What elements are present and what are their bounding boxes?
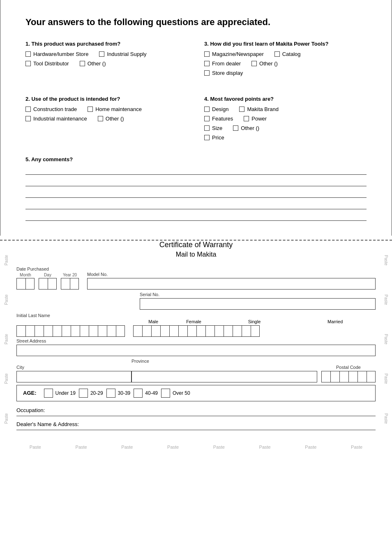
q4-option-size[interactable]: Size <box>204 125 222 131</box>
q4-option-price[interactable]: Price <box>204 134 224 141</box>
gender-box-3[interactable] <box>151 325 160 337</box>
postal-box-4[interactable] <box>348 371 357 382</box>
age-40-49[interactable]: 40-49 <box>134 389 158 398</box>
street-input[interactable] <box>16 345 376 356</box>
age-30-39[interactable]: 30-39 <box>106 389 131 398</box>
comment-line-5[interactable] <box>25 212 367 221</box>
age-box-40-49[interactable] <box>134 389 143 398</box>
q4-checkbox-design[interactable] <box>204 107 210 112</box>
q4-checkbox-price[interactable] <box>204 135 210 140</box>
age-box-20-29[interactable] <box>79 389 88 398</box>
name-box-9[interactable] <box>89 325 98 337</box>
name-box-5[interactable] <box>53 325 62 337</box>
q1-checkbox-other[interactable] <box>80 61 85 66</box>
q3-option-store[interactable]: Store display <box>204 70 243 76</box>
comment-line-2[interactable] <box>25 177 367 186</box>
gender-box-4[interactable] <box>160 325 169 337</box>
name-box-6[interactable] <box>62 325 71 337</box>
gender-box-1[interactable] <box>133 325 142 337</box>
name-box-8[interactable] <box>80 325 89 337</box>
comment-line-4[interactable] <box>25 200 367 209</box>
q1-option-tool[interactable]: Tool Distributor <box>25 60 69 67</box>
gender-box-11[interactable] <box>224 325 233 337</box>
q2-option-other[interactable]: Other ( ) <box>98 116 124 122</box>
q1-checkbox-tool[interactable] <box>25 61 31 66</box>
name-box-4[interactable] <box>44 325 53 337</box>
postal-box-1[interactable] <box>321 371 330 382</box>
gender-box-6[interactable] <box>178 325 187 337</box>
q2-option-home[interactable]: Home maintenance <box>88 106 142 112</box>
q1-checkbox-hardware[interactable] <box>25 51 31 57</box>
name-box-1[interactable] <box>16 325 25 337</box>
gender-box-14[interactable] <box>251 325 260 337</box>
model-input[interactable] <box>87 278 376 290</box>
q3-checkbox-magazine[interactable] <box>204 51 210 57</box>
name-box-12[interactable] <box>116 325 125 337</box>
q4-checkbox-makita[interactable] <box>239 107 244 112</box>
q3-option-catalog[interactable]: Catalog <box>274 51 301 57</box>
q3-checkbox-other[interactable] <box>251 61 257 66</box>
name-box-2[interactable] <box>25 325 35 337</box>
age-box-over50[interactable] <box>161 389 170 398</box>
q2-option-construction[interactable]: Construction trade <box>25 106 77 112</box>
province-input[interactable] <box>131 371 317 382</box>
q2-checkbox-home[interactable] <box>88 107 93 112</box>
q4-checkbox-size[interactable] <box>204 125 210 131</box>
q2-checkbox-industrial[interactable] <box>25 116 31 121</box>
gender-box-10[interactable] <box>214 325 224 337</box>
postal-section: Postal Code <box>321 365 376 382</box>
day-box-2[interactable] <box>48 278 57 290</box>
gender-box-9[interactable] <box>205 325 214 337</box>
gender-box-8[interactable] <box>196 325 205 337</box>
q4-option-other[interactable]: Other ( ) <box>233 125 259 131</box>
q2-option-industrial[interactable]: Industrial maintenance <box>25 116 87 122</box>
q4-checkbox-other[interactable] <box>233 125 238 131</box>
q2-checkbox-construction[interactable] <box>25 107 31 112</box>
name-box-3[interactable] <box>35 325 44 337</box>
q1-option-hardware[interactable]: Hardware/lumber Store <box>25 51 88 57</box>
q3-option-other[interactable]: Other ( ) <box>251 60 278 67</box>
question-1-label: 1. This product was purchased from? <box>25 41 188 47</box>
q4-option-makita[interactable]: Makita Brand <box>239 106 279 112</box>
postal-box-5[interactable] <box>357 371 367 382</box>
postal-box-6[interactable] <box>367 371 376 382</box>
q1-checkbox-industrial[interactable] <box>99 51 104 57</box>
year-box-2[interactable] <box>70 278 79 290</box>
serial-input[interactable] <box>140 298 376 310</box>
q4-option-features[interactable]: Features <box>204 116 233 122</box>
age-box-30-39[interactable] <box>106 389 115 398</box>
q3-checkbox-store[interactable] <box>204 70 210 76</box>
age-over50[interactable]: Over 50 <box>161 389 190 398</box>
name-box-10[interactable] <box>98 325 107 337</box>
q3-option-magazine[interactable]: Magazine/Newspaper <box>204 51 264 57</box>
day-box-1[interactable] <box>39 278 48 290</box>
name-box-7[interactable] <box>71 325 80 337</box>
q3-checkbox-catalog[interactable] <box>274 51 280 57</box>
age-under19[interactable]: Under 19 <box>44 389 76 398</box>
gender-box-12[interactable] <box>233 325 242 337</box>
q3-option-dealer[interactable]: From dealer <box>204 60 241 67</box>
gender-box-7[interactable] <box>187 325 196 337</box>
gender-box-2[interactable] <box>142 325 151 337</box>
postal-box-2[interactable] <box>330 371 339 382</box>
month-box-1[interactable] <box>16 278 25 290</box>
q2-checkbox-other[interactable] <box>98 116 103 121</box>
q1-option-other[interactable]: Other ( ) <box>80 60 106 67</box>
q3-checkbox-dealer[interactable] <box>204 61 210 66</box>
name-box-11[interactable] <box>107 325 116 337</box>
age-box-under19[interactable] <box>44 389 53 398</box>
month-box-2[interactable] <box>25 278 35 290</box>
comment-line-1[interactable] <box>25 166 367 175</box>
gender-box-13[interactable] <box>242 325 251 337</box>
age-20-29[interactable]: 20-29 <box>79 389 103 398</box>
city-input[interactable] <box>16 371 131 382</box>
comment-line-3[interactable] <box>25 189 367 198</box>
q4-option-power[interactable]: Power <box>244 116 267 122</box>
gender-box-5[interactable] <box>169 325 178 337</box>
q4-checkbox-features[interactable] <box>204 116 210 121</box>
q4-option-design[interactable]: Design <box>204 106 228 112</box>
q1-option-industrial[interactable]: Industrial Supply <box>99 51 146 57</box>
year-box-1[interactable] <box>61 278 70 290</box>
q4-checkbox-power[interactable] <box>244 116 249 121</box>
postal-box-3[interactable] <box>339 371 348 382</box>
